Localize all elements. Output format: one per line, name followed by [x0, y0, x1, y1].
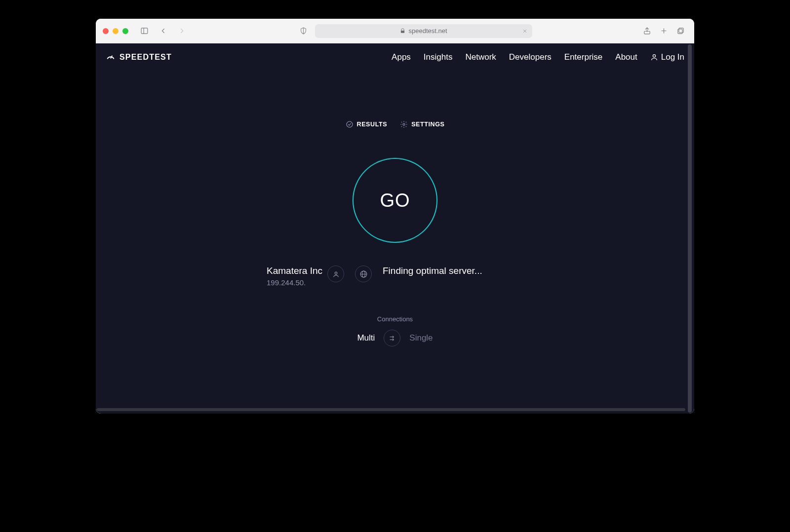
- go-label: GO: [380, 190, 410, 211]
- tab-results-label: RESULTS: [357, 121, 388, 128]
- globe-icon[interactable]: [355, 266, 372, 282]
- server-status: Finding optimal server...: [383, 266, 482, 276]
- new-tab-button[interactable]: [657, 24, 671, 38]
- site-header: SPEEDTEST Apps Insights Network Develope…: [96, 43, 694, 62]
- connections-section: Connections Multi Single: [357, 315, 433, 346]
- stop-reload-button[interactable]: [520, 27, 529, 36]
- window-controls: [103, 28, 128, 34]
- svg-point-15: [335, 272, 337, 274]
- gear-icon: [400, 120, 408, 128]
- browser-toolbar: speedtest.net: [96, 19, 694, 43]
- tabs-overview-button[interactable]: [673, 24, 687, 38]
- svg-point-12: [653, 55, 655, 57]
- svg-point-13: [347, 121, 353, 127]
- logo-text: SPEEDTEST: [119, 53, 172, 62]
- connection-info: Kamatera Inc 199.244.50. Finding optimal…: [267, 266, 523, 287]
- nav-insights[interactable]: Insights: [424, 52, 453, 62]
- nav-developers[interactable]: Developers: [509, 52, 552, 62]
- share-button[interactable]: [640, 24, 654, 38]
- isp-ip: 199.244.50.: [267, 278, 322, 287]
- sidebar-toggle-button[interactable]: [137, 24, 151, 38]
- back-button[interactable]: [156, 24, 170, 38]
- user-circle-icon: [327, 266, 344, 282]
- nav-apps[interactable]: Apps: [392, 52, 411, 62]
- nav-network[interactable]: Network: [465, 52, 496, 62]
- main-nav: Apps Insights Network Developers Enterpr…: [392, 52, 684, 62]
- address-bar[interactable]: speedtest.net: [315, 24, 532, 38]
- go-button[interactable]: GO: [353, 158, 437, 243]
- connections-toggle-icon[interactable]: [384, 330, 400, 346]
- main-content: RESULTS SETTINGS GO Kamatera Inc 199.244…: [96, 120, 694, 346]
- close-window-button[interactable]: [103, 28, 109, 34]
- isp-name: Kamatera Inc: [267, 266, 322, 276]
- svg-rect-10: [677, 29, 682, 34]
- svg-rect-3: [401, 31, 404, 33]
- sub-tabs: RESULTS SETTINGS: [346, 120, 445, 128]
- nav-login[interactable]: Log In: [650, 52, 684, 62]
- tab-results[interactable]: RESULTS: [346, 120, 388, 128]
- tab-settings-label: SETTINGS: [411, 121, 444, 128]
- connections-multi[interactable]: Multi: [357, 333, 375, 343]
- user-icon: [650, 53, 658, 61]
- isp-block: Kamatera Inc 199.244.50.: [267, 266, 344, 287]
- nav-enterprise[interactable]: Enterprise: [564, 52, 602, 62]
- fullscreen-window-button[interactable]: [122, 28, 128, 34]
- login-label: Log In: [661, 52, 684, 62]
- minimize-window-button[interactable]: [113, 28, 118, 34]
- shield-privacy-icon[interactable]: [296, 24, 310, 38]
- check-circle-icon: [346, 120, 354, 128]
- forward-button[interactable]: [175, 24, 189, 38]
- svg-rect-0: [141, 28, 148, 34]
- page-content: SPEEDTEST Apps Insights Network Develope…: [96, 43, 694, 414]
- connections-label: Connections: [357, 315, 433, 323]
- tab-settings[interactable]: SETTINGS: [400, 120, 444, 128]
- horizontal-scrollbar[interactable]: [97, 407, 685, 413]
- svg-rect-9: [678, 28, 683, 33]
- safari-window: speedtest.net SPEEDTEST: [96, 19, 694, 414]
- svg-point-14: [403, 123, 405, 125]
- speedtest-logo[interactable]: SPEEDTEST: [106, 52, 172, 62]
- connections-single[interactable]: Single: [409, 333, 433, 343]
- lock-icon: [400, 28, 405, 34]
- nav-about[interactable]: About: [615, 52, 637, 62]
- address-url: speedtest.net: [408, 27, 447, 35]
- vertical-scrollbar[interactable]: [686, 44, 693, 413]
